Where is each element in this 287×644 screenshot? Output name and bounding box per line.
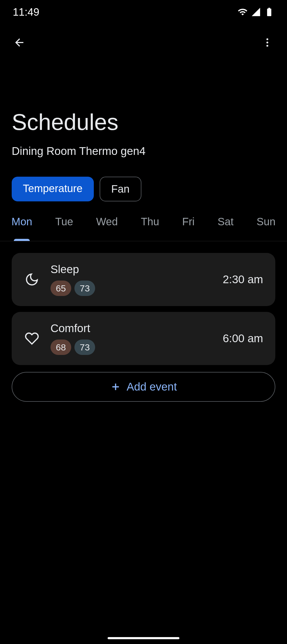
arrow-back-icon	[13, 36, 26, 49]
day-tab-mon[interactable]: Mon	[8, 216, 36, 233]
heat-temp: 68	[50, 340, 71, 355]
day-tab-sun[interactable]: Sun	[253, 216, 279, 233]
svg-point-0	[267, 38, 268, 40]
app-bar	[0, 24, 287, 61]
status-icons	[238, 7, 274, 17]
mode-tabs: Temperature Fan	[0, 158, 287, 201]
add-event-label: Add event	[126, 380, 177, 393]
battery-icon	[264, 7, 274, 17]
day-tabs: Mon Tue Wed Thu Fri Sat Sun	[0, 201, 287, 241]
heart-icon	[24, 331, 40, 346]
back-button[interactable]	[10, 33, 29, 52]
event-content: Sleep 65 73	[50, 263, 212, 296]
event-name: Sleep	[50, 263, 212, 276]
day-tab-sat[interactable]: Sat	[214, 216, 237, 233]
svg-point-1	[267, 42, 268, 44]
cool-temp: 73	[74, 340, 95, 355]
heat-temp: 65	[50, 281, 71, 296]
day-tab-tue[interactable]: Tue	[52, 216, 77, 233]
temp-pills: 65 73	[50, 281, 212, 296]
event-comfort[interactable]: Comfort 68 73 6:00 am	[12, 312, 275, 365]
more-vert-icon	[262, 37, 273, 48]
more-button[interactable]	[258, 33, 277, 52]
event-time: 2:30 am	[223, 273, 263, 286]
status-time: 11:49	[13, 6, 39, 18]
cellular-icon	[251, 7, 261, 17]
tab-temperature[interactable]: Temperature	[12, 177, 94, 201]
tab-fan[interactable]: Fan	[100, 177, 141, 201]
header: Schedules Dining Room Thermo gen4	[0, 61, 287, 158]
home-indicator[interactable]	[108, 637, 179, 639]
temp-pills: 68 73	[50, 340, 212, 355]
event-name: Comfort	[50, 322, 212, 335]
status-bar: 11:49	[0, 0, 287, 24]
event-time: 6:00 am	[223, 332, 263, 345]
page-title: Schedules	[12, 109, 275, 135]
events-list: Sleep 65 73 2:30 am Comfort 68 73 6:00 a…	[0, 241, 287, 402]
plus-icon	[110, 381, 121, 392]
wifi-icon	[238, 7, 248, 17]
day-tab-wed[interactable]: Wed	[92, 216, 122, 233]
moon-icon	[24, 272, 40, 287]
svg-point-2	[267, 45, 268, 47]
event-content: Comfort 68 73	[50, 322, 212, 355]
cool-temp: 73	[74, 281, 95, 296]
day-tab-fri[interactable]: Fri	[179, 216, 199, 233]
day-tab-thu[interactable]: Thu	[137, 216, 163, 233]
subtitle: Dining Room Thermo gen4	[12, 145, 275, 158]
event-sleep[interactable]: Sleep 65 73 2:30 am	[12, 253, 275, 306]
add-event-button[interactable]: Add event	[12, 372, 275, 402]
